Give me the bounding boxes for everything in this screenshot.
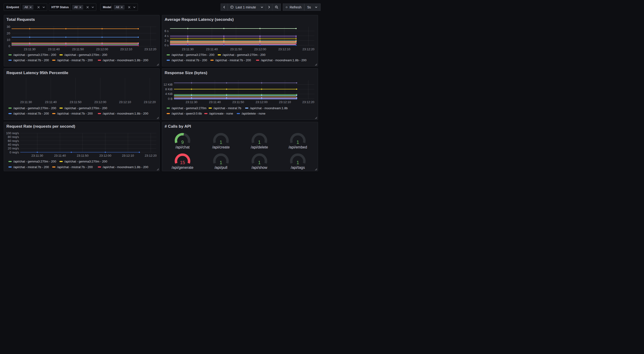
svg-text:1: 1 [220,160,222,165]
svg-text:23:12:10: 23:12:10 [279,100,291,104]
svg-text:23:12:10: 23:12:10 [122,154,134,157]
svg-text:/api/chat - moondream:1.8b - 2: /api/chat - moondream:1.8b - 200 [261,59,306,62]
svg-text:/api/create - none: /api/create - none [209,112,233,115]
svg-text:/api/pull: /api/pull [214,166,227,170]
svg-text:23:11:30: 23:11:30 [24,47,35,51]
svg-text:0 s: 0 s [164,44,169,47]
svg-text:23:11:40: 23:11:40 [48,47,60,51]
svg-text:/api/chat - gemma3:270m - 200: /api/chat - gemma3:270m - 200 [64,106,107,110]
svg-text:23:11:40: 23:11:40 [209,100,220,104]
svg-text:/api/chat - moondream:1.8b - 2: /api/chat - moondream:1.8b - 200 [102,112,148,115]
svg-text:0 req/s: 0 req/s [9,150,19,154]
svg-text:/api/chat - gemma3:270m - 200: /api/chat - gemma3:270m - 200 [64,160,107,163]
svg-text:/api/chat - moondream:1.8b - 2: /api/chat - moondream:1.8b - 200 [102,59,148,62]
svg-text:/api/chat: /api/chat [176,145,190,149]
svg-text:/api/generate: /api/generate [172,166,194,170]
svg-text:/api/chat - gemma3:270m - 200: /api/chat - gemma3:270m - 200 [64,53,107,57]
svg-text:6 s: 6 s [164,29,169,33]
svg-text:/api/chat - moondream:1.8b: /api/chat - moondream:1.8b [250,106,288,110]
svg-text:/api/chat - qwen3:0.6b: /api/chat - qwen3:0.6b [172,112,202,115]
svg-text:23:11:50: 23:11:50 [70,100,81,104]
svg-text:/api/tags: /api/tags [291,166,305,170]
svg-text:/api/chat - mistral:7b - 200: /api/chat - mistral:7b - 200 [57,59,92,62]
svg-text:Request Latency 95th Percentil: Request Latency 95th Percentile [6,70,68,75]
svg-text:8 KiB: 8 KiB [165,88,173,91]
svg-text:23:11:30: 23:11:30 [182,47,194,51]
svg-text:# Calls by API: # Calls by API [165,124,191,129]
svg-text:/api/create: /api/create [212,145,230,149]
svg-text:/api/chat - mistral:7b: /api/chat - mistral:7b [214,106,242,110]
svg-text:23:11:50: 23:11:50 [232,100,244,104]
svg-text:/api/chat - gemma3:270m - 200: /api/chat - gemma3:270m - 200 [13,160,56,163]
svg-text:0 B: 0 B [168,97,173,101]
svg-text:23:11:40: 23:11:40 [54,154,66,157]
svg-text:23:12:00: 23:12:00 [94,100,106,104]
svg-text:23:11:50: 23:11:50 [72,47,84,51]
svg-text:/api/chat - gemma3:270m: /api/chat - gemma3:270m [172,106,206,110]
svg-text:60 req/s: 60 req/s [8,139,19,142]
svg-text:1: 1 [296,139,299,145]
svg-text:2 s: 2 s [164,39,169,42]
svg-text:1: 1 [296,160,299,165]
svg-text:1: 1 [258,160,261,165]
svg-text:23:12:20: 23:12:20 [302,47,314,51]
svg-text:23:12:20: 23:12:20 [144,100,156,104]
svg-text:/api/chat - gemma3:270m - 200: /api/chat - gemma3:270m - 200 [13,106,56,110]
svg-text:23:12:00: 23:12:00 [96,47,108,51]
svg-text:10: 10 [6,38,10,41]
svg-text:30: 30 [6,25,10,29]
svg-text:/api/chat - mistral:7b - 200: /api/chat - mistral:7b - 200 [215,59,251,62]
svg-text:Response Size (bytes): Response Size (bytes) [165,70,207,75]
svg-text:23:11:30: 23:11:30 [31,154,43,157]
svg-text:15: 15 [180,160,185,165]
svg-text:/api/chat - gemma3:270m - 200: /api/chat - gemma3:270m - 200 [172,53,214,57]
svg-text:20 req/s: 20 req/s [8,147,19,150]
svg-text:/api/show: /api/show [252,166,267,170]
svg-text:23:12:00: 23:12:00 [99,154,111,157]
svg-text:23:12:10: 23:12:10 [120,47,132,51]
svg-text:23:11:50: 23:11:50 [230,47,242,51]
svg-text:23:11:40: 23:11:40 [206,47,218,51]
svg-text:23:11:30: 23:11:30 [186,100,197,104]
svg-text:/api/chat - mistral:7b - 200: /api/chat - mistral:7b - 200 [57,165,92,169]
svg-text:1: 1 [258,139,261,145]
svg-text:23:11:50: 23:11:50 [77,154,88,157]
svg-text:23:12:10: 23:12:10 [278,47,290,51]
svg-text:23:11:30: 23:11:30 [20,100,32,104]
svg-text:/api/delete - none: /api/delete - none [242,112,266,115]
svg-text:Average Request Latency (secon: Average Request Latency (seconds) [165,17,234,22]
svg-text:Request Rate (requests per sec: Request Rate (requests per second) [6,124,75,129]
svg-text:/api/chat - mistral:7b - 200: /api/chat - mistral:7b - 200 [172,59,207,62]
svg-text:/api/chat - mistral:7b - 200: /api/chat - mistral:7b - 200 [13,59,49,62]
svg-text:23:12:20: 23:12:20 [145,154,156,157]
svg-text:20: 20 [6,31,10,35]
svg-text:/api/chat - mistral:7b - 200: /api/chat - mistral:7b - 200 [13,165,49,169]
svg-text:23:12:20: 23:12:20 [144,47,156,51]
svg-text:1: 1 [220,139,222,145]
svg-text:/api/delete: /api/delete [251,145,268,149]
svg-text:/api/chat - mistral:7b - 200: /api/chat - mistral:7b - 200 [57,112,92,115]
svg-text:/api/chat - moondream:1.8b - 2: /api/chat - moondream:1.8b - 200 [102,165,148,169]
svg-text:23:12:00: 23:12:00 [254,47,266,51]
svg-text:23:12:10: 23:12:10 [119,100,131,104]
svg-text:100 req/s: 100 req/s [6,131,19,135]
svg-text:/api/chat - gemma3:270m - 200: /api/chat - gemma3:270m - 200 [13,53,56,57]
svg-text:/api/chat - mistral:7b - 200: /api/chat - mistral:7b - 200 [13,112,49,115]
svg-text:Total Requests: Total Requests [6,17,35,22]
svg-text:23:12:00: 23:12:00 [256,100,268,104]
svg-text:0: 0 [8,45,10,48]
svg-text:23:11:40: 23:11:40 [45,100,56,104]
svg-text:40 req/s: 40 req/s [8,143,19,146]
svg-text:4 KiB: 4 KiB [165,92,173,96]
svg-text:80 req/s: 80 req/s [8,135,19,139]
svg-text:23:12:20: 23:12:20 [302,100,314,104]
svg-text:/api/chat - gemma3:270m - 200: /api/chat - gemma3:270m - 200 [223,53,266,57]
svg-text:9: 9 [181,139,184,145]
svg-text:12 KiB: 12 KiB [164,83,173,86]
svg-text:/api/embed: /api/embed [288,145,307,149]
svg-text:4 s: 4 s [164,34,169,38]
